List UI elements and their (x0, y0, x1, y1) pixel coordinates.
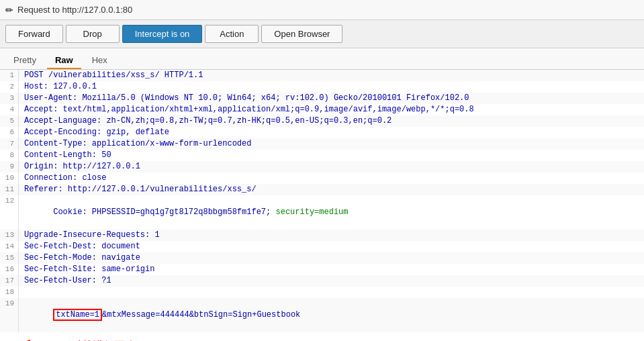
line-12: 12 Cookie: PHPSESSID=ghq1g7gt8l72q8bbgm5… (0, 195, 644, 230)
line-8: 8 Content-Length: 50 (0, 150, 644, 161)
action-button[interactable]: Action (205, 25, 259, 43)
title-bar: ✏ Request to http://127.0.0.1:80 (0, 0, 644, 20)
line-11: 11 Referer: http://127.0.0.1/vulnerabili… (0, 184, 644, 195)
line-2: 2 Host: 127.0.0.1 (0, 81, 644, 93)
pencil-icon: ✏ (5, 5, 13, 15)
line-6: 6 Accept-Encoding: gzip, deflate (0, 127, 644, 138)
line-13: 13 Upgrade-Insecure-Requests: 1 (0, 230, 644, 241)
drop-button[interactable]: Drop (66, 25, 120, 43)
line-15: 15 Sec-Fetch-Mode: navigate (0, 252, 644, 264)
line-19: 19 txtName=1&mtxMessage=444444&btnSign=S… (0, 298, 644, 332)
line-17: 17 Sec-Fetch-User: ?1 (0, 275, 644, 287)
request-content: 1 POST /vulnerabilities/xss_s/ HTTP/1.1 … (0, 70, 644, 341)
title-text: Request to http://127.0.0.1:80 (17, 5, 132, 15)
tabs: Pretty Raw Hex (0, 48, 644, 70)
line-5: 5 Accept-Language: zh-CN,zh;q=0.8,zh-TW;… (0, 115, 644, 127)
line-4: 4 Accept: text/html,application/xhtml+xm… (0, 104, 644, 115)
line-1: 1 POST /vulnerabilities/xss_s/ HTTP/1.1 (0, 70, 644, 81)
line-3: 3 User-Agent: Mozilla/5.0 (Windows NT 10… (0, 93, 644, 104)
tab-pretty[interactable]: Pretty (5, 52, 44, 69)
annotation-area: 对其进行更改 (0, 332, 644, 341)
forward-button[interactable]: Forward (5, 25, 63, 43)
line-9: 9 Origin: http://127.0.0.1 (0, 161, 644, 173)
intercept-button[interactable]: Intercept is on (122, 25, 203, 43)
open-browser-button[interactable]: Open Browser (261, 25, 342, 43)
arrow-icon (11, 335, 64, 341)
line-16: 16 Sec-Fetch-Site: same-origin (0, 264, 644, 275)
tab-raw[interactable]: Raw (47, 52, 81, 69)
tab-hex[interactable]: Hex (84, 52, 116, 69)
highlighted-param: txtName=1 (53, 309, 102, 321)
line-7: 7 Content-Type: application/x-www-form-u… (0, 138, 644, 150)
line-10: 10 Connection: close (0, 173, 644, 184)
toolbar: Forward Drop Intercept is on Action Open… (0, 20, 644, 48)
annotation-text: 对其进行更改 (71, 339, 136, 342)
line-18: 18 (0, 287, 644, 298)
line-14: 14 Sec-Fetch-Dest: document (0, 241, 644, 252)
